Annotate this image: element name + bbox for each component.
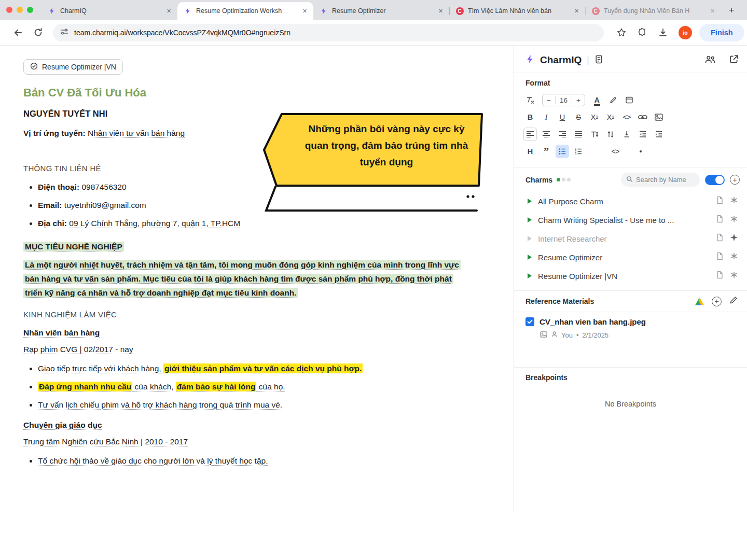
bullet-list-icon[interactable] xyxy=(556,145,569,158)
copy-icon[interactable] xyxy=(716,271,723,281)
superscript-icon[interactable]: X2 xyxy=(588,110,601,124)
play-triangle-icon[interactable] xyxy=(528,199,532,204)
window-close-button[interactable] xyxy=(6,7,12,13)
indent-icon[interactable] xyxy=(652,128,666,141)
reference-file[interactable]: CV_nhan vien ban hang.jpeg You • 2/1/202… xyxy=(514,312,747,342)
outdent-icon[interactable] xyxy=(636,128,649,141)
search-input[interactable] xyxy=(636,176,693,184)
charms-section-title: Charms xyxy=(525,176,552,184)
copy-icon[interactable] xyxy=(716,215,723,225)
play-triangle-icon[interactable] xyxy=(528,273,532,278)
model-icon[interactable] xyxy=(730,197,738,206)
document-icon[interactable] xyxy=(594,55,603,66)
image-icon[interactable] xyxy=(652,110,666,124)
copy-icon[interactable] xyxy=(716,252,723,262)
address-bar[interactable]: team.charmiq.ai/workspace/VkCocvssPZ4vqk… xyxy=(53,24,604,41)
align-justify-icon[interactable] xyxy=(572,128,585,141)
tab-close-icon[interactable]: × xyxy=(164,7,173,16)
numbered-list-icon[interactable]: 123 xyxy=(572,145,585,158)
tab-resume-optimization-workshop[interactable]: Resume Optimization Worksh × xyxy=(177,2,313,20)
subscript-icon[interactable]: X2 xyxy=(604,110,617,124)
charm-search[interactable] xyxy=(621,173,700,187)
code-block-icon[interactable]: <> xyxy=(608,145,622,158)
reference-header: Reference Materials + xyxy=(514,291,747,312)
clear-format-icon[interactable] xyxy=(523,93,537,107)
charm-badge[interactable]: Resume Optimizer |VN xyxy=(23,59,123,75)
charms-toggle[interactable] xyxy=(705,175,725,185)
tab-tuyen-dung[interactable]: C Tuyển dụng Nhân Viên Bán H × xyxy=(585,2,721,20)
window-minimize-button[interactable] xyxy=(17,7,23,13)
objective-heading-line: MỤC TIÊU NGHỀ NGHIỆP xyxy=(23,242,514,251)
format-section-title: Format xyxy=(514,73,747,89)
model-icon[interactable] xyxy=(730,215,738,225)
export-icon[interactable] xyxy=(729,54,739,66)
window-zoom-button[interactable] xyxy=(27,7,33,13)
job-bullet: Đáp ứng nhanh nhu cầu của khách, đảm bảo… xyxy=(38,381,514,393)
tab-title: CharmIQ xyxy=(60,7,160,15)
vertical-spacing-icon[interactable] xyxy=(604,128,617,141)
blockquote-icon[interactable]: ” xyxy=(540,145,553,158)
align-center-icon[interactable] xyxy=(540,128,553,141)
highlighter-pen-icon[interactable] xyxy=(606,93,620,107)
line-height-icon[interactable] xyxy=(588,128,601,141)
bookmark-star-icon[interactable] xyxy=(613,24,630,41)
reload-icon[interactable] xyxy=(30,25,46,40)
add-reference-icon[interactable]: + xyxy=(712,297,722,306)
link-icon[interactable] xyxy=(636,110,649,124)
add-charm-icon[interactable]: + xyxy=(730,175,740,185)
google-drive-icon[interactable] xyxy=(695,298,704,305)
file-date: 2/1/2025 xyxy=(583,331,609,339)
members-icon[interactable] xyxy=(704,55,716,66)
align-left-icon[interactable] xyxy=(523,128,537,141)
model-icon[interactable] xyxy=(730,253,738,262)
move-down-icon[interactable] xyxy=(620,128,633,141)
font-size-stepper[interactable]: − 16 + xyxy=(542,94,585,106)
tab-close-icon[interactable]: × xyxy=(572,7,581,16)
underline-icon[interactable]: U xyxy=(556,110,569,124)
image-file-icon xyxy=(540,331,547,339)
tab-close-icon[interactable]: × xyxy=(436,7,445,16)
bolt-icon xyxy=(320,7,328,15)
site-settings-icon[interactable] xyxy=(60,27,68,38)
finish-button[interactable]: Finish xyxy=(699,24,744,41)
copy-icon[interactable] xyxy=(716,233,723,244)
play-triangle-icon[interactable] xyxy=(528,255,532,260)
italic-icon[interactable]: I xyxy=(540,110,553,124)
bold-icon[interactable]: B xyxy=(523,110,537,124)
profile-avatar[interactable]: io xyxy=(679,26,692,39)
dot-icon[interactable]: • xyxy=(634,145,647,158)
sparkle-icon[interactable] xyxy=(730,234,738,243)
text-color-icon[interactable]: A xyxy=(590,93,604,107)
align-right-icon[interactable] xyxy=(556,128,569,141)
model-icon[interactable] xyxy=(730,271,738,281)
file-checkbox[interactable] xyxy=(525,317,534,326)
copy-icon[interactable] xyxy=(716,196,723,206)
tab-tim-viec-lam[interactable]: C Tìm Việc Làm Nhân viên bán × xyxy=(449,2,585,20)
font-size-increase-icon[interactable]: + xyxy=(572,96,585,104)
edit-pencil-icon[interactable] xyxy=(729,296,738,306)
charm-row-all-purpose[interactable]: All Purpose Charm xyxy=(514,192,747,211)
code-icon[interactable]: <> xyxy=(620,110,633,124)
strikethrough-icon[interactable]: S xyxy=(572,110,585,124)
extensions-puzzle-icon[interactable] xyxy=(634,24,651,41)
tab-close-icon[interactable]: × xyxy=(300,7,309,16)
tab-resume-optimizer[interactable]: Resume Optimizer × xyxy=(313,2,449,20)
charms-header: Charms + xyxy=(514,167,747,192)
document-canvas[interactable]: Resume Optimizer |VN Bản CV Đã Tối Ưu Hó… xyxy=(0,46,514,513)
charm-row-internet-researcher[interactable]: Internet Researcher xyxy=(514,229,747,248)
new-tab-button[interactable]: + xyxy=(724,3,739,18)
play-triangle-icon[interactable] xyxy=(528,236,532,241)
charm-row-resume-optimizer-vn[interactable]: Resume Optimizer |VN xyxy=(514,267,747,285)
frame-icon[interactable] xyxy=(622,93,636,107)
charm-row-writing-specialist[interactable]: Charm Writing Specialist - Use me to ... xyxy=(514,211,747,229)
font-size-decrease-icon[interactable]: − xyxy=(543,96,556,104)
heading-icon[interactable]: H xyxy=(523,145,537,158)
back-icon[interactable] xyxy=(10,25,26,40)
format-row: B I U S X2 X2 <> xyxy=(523,110,740,124)
charm-row-resume-optimizer[interactable]: Resume Optimizer xyxy=(514,248,747,267)
tab-close-icon[interactable]: × xyxy=(708,7,717,16)
play-triangle-icon[interactable] xyxy=(528,217,532,222)
download-icon[interactable] xyxy=(655,24,671,41)
tab-charmiq[interactable]: CharmIQ × xyxy=(42,2,177,20)
contact-value: 09 Lý Chính Thắng, phường 7, quận 1, TP.… xyxy=(69,219,240,228)
